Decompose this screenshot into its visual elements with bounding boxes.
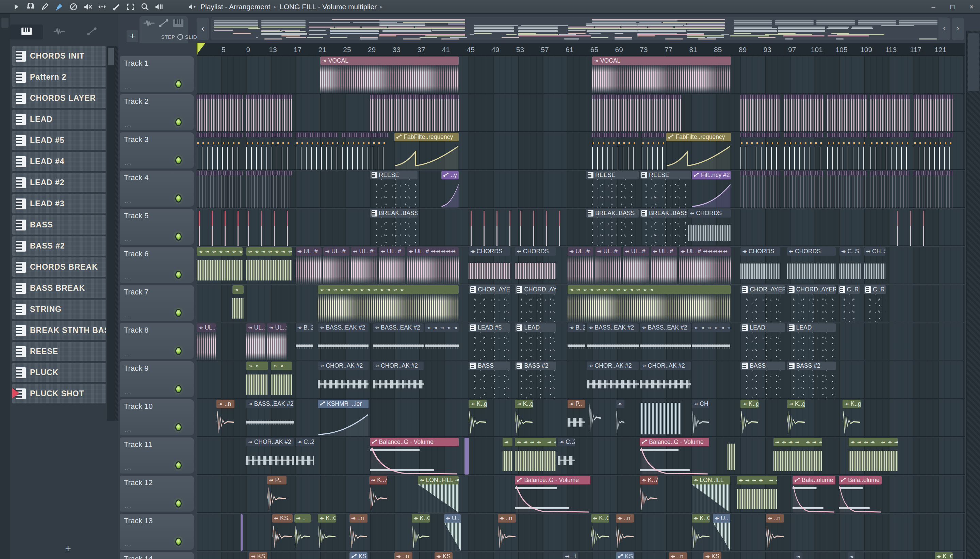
playlist-grid[interactable]: ↠VOCAL↠VOCALFabFilte..requencyFabFilte..… bbox=[197, 56, 965, 559]
clip-k-7[interactable]: ↠K..7 bbox=[640, 476, 658, 513]
vertical-scrollbar[interactable] bbox=[967, 31, 980, 559]
clip-reese[interactable]: REESE bbox=[370, 171, 417, 208]
clip-lead[interactable]: LEAD bbox=[741, 323, 785, 360]
track-header-2[interactable]: Track 2... bbox=[120, 94, 194, 131]
clip-k-o[interactable]: ↠K..O bbox=[318, 514, 336, 551]
clip-vocal[interactable]: ↠VOCAL bbox=[320, 56, 459, 93]
clip-bass-eak-#2[interactable]: ↠BASS..EAK #2 bbox=[373, 323, 424, 360]
minimize-button[interactable]: – bbox=[928, 3, 939, 11]
waveform-icon[interactable] bbox=[143, 19, 155, 29]
clip--[interactable]: ↠↠↠↠↠↠↠↠↠↠↠↠↠ bbox=[318, 285, 459, 322]
texture-clip[interactable] bbox=[642, 133, 665, 170]
clip-reese[interactable]: REESE bbox=[586, 171, 639, 208]
clip-chor-ak-#2[interactable]: ↠CHOR..AK #2 bbox=[587, 362, 639, 398]
clip-u-[interactable]: ↠U.. bbox=[444, 514, 461, 551]
clip--n[interactable]: ↠..n bbox=[616, 514, 634, 551]
pattern-item-lead-2[interactable]: LEAD #2 bbox=[12, 173, 106, 192]
track-options-dots[interactable]: ... bbox=[125, 312, 132, 319]
clip--[interactable]: ↠↠↠↠ ↠↠↠↠ bbox=[849, 438, 898, 475]
clip-lon-fill-[interactable]: ↠LON..FILL ↠ bbox=[418, 476, 459, 513]
clip-chor-ayer[interactable]: CHOR..AYER bbox=[741, 285, 785, 322]
minimap-nav-left-button[interactable]: ‹ bbox=[939, 18, 950, 40]
clip-lon-ill[interactable]: ↠LON..ILL bbox=[692, 476, 730, 513]
mute-tool-icon[interactable] bbox=[83, 2, 92, 12]
texture-clip[interactable] bbox=[246, 133, 292, 170]
clip-reese[interactable]: REESE bbox=[640, 171, 690, 208]
clip--[interactable]: ↠↠↠↠↠↠ bbox=[425, 323, 459, 360]
clip-fabfilte-requency[interactable]: FabFilte..requency bbox=[666, 133, 731, 170]
track-options-dots[interactable]: ... bbox=[125, 541, 132, 548]
clip-p-[interactable]: ↠P.. bbox=[568, 400, 585, 437]
clip-ks-an[interactable]: ↠KS..an bbox=[434, 552, 452, 559]
track-options-dots[interactable]: ... bbox=[125, 121, 132, 128]
clip-c-r[interactable]: C..R bbox=[864, 285, 886, 322]
clip-bass-#2[interactable]: BASS #2 bbox=[515, 362, 556, 398]
clip-bass[interactable]: BASS bbox=[741, 362, 785, 398]
clip-bass-eak-#2[interactable]: ↠BASS..EAK #2 bbox=[587, 323, 639, 360]
track-header-6[interactable]: Track 6... bbox=[120, 247, 194, 283]
clip-kshmr-ier[interactable]: KSHMR_..ier bbox=[318, 400, 368, 437]
track-options-dots[interactable]: ... bbox=[125, 83, 132, 90]
texture-clip[interactable] bbox=[784, 95, 824, 131]
arrangement-minimap[interactable] bbox=[211, 17, 949, 41]
clip--[interactable]: ↠ bbox=[233, 285, 244, 322]
track-header-5[interactable]: Track 5... bbox=[120, 209, 194, 245]
clip--[interactable]: ↠ bbox=[503, 438, 513, 475]
clip-balance-g-volume[interactable]: Balance..G - Volume bbox=[370, 438, 459, 475]
clip-c-2[interactable]: ↠C..2 bbox=[296, 438, 314, 475]
track-lane-1[interactable] bbox=[197, 56, 965, 94]
pattern-item-bass[interactable]: BASS bbox=[12, 215, 106, 235]
clip-ul-#[interactable]: ↠UL..# bbox=[296, 247, 322, 284]
clip-p-[interactable]: ↠P.. bbox=[267, 476, 287, 513]
texture-clip[interactable] bbox=[640, 400, 681, 437]
clip-bass-eak-#2[interactable]: ↠BASS..EAK #2 bbox=[640, 323, 690, 360]
play-icon[interactable] bbox=[12, 2, 21, 12]
clip-b-2[interactable]: ↠B..2 bbox=[568, 323, 585, 360]
track-header-9[interactable]: Track 9... bbox=[120, 361, 194, 397]
pattern-item-pluck-shot[interactable]: PLUCK SHOT bbox=[12, 384, 106, 404]
clip-break-bass[interactable]: BREAK..BASS bbox=[586, 209, 639, 246]
track-options-dots[interactable]: ... bbox=[125, 503, 132, 509]
clip-chords[interactable]: ↠CHORDS bbox=[515, 247, 556, 284]
track-options-dots[interactable]: ... bbox=[125, 197, 132, 205]
slip-tool-icon[interactable] bbox=[97, 2, 107, 12]
texture-clip[interactable] bbox=[914, 133, 954, 170]
clip--[interactable]: ↠↠↠↠ ↠↠↠↠ bbox=[737, 476, 777, 513]
clip-chor-ak-#2[interactable]: ↠CHOR..AK #2 bbox=[246, 438, 294, 475]
clip-ks-[interactable]: KS.. bbox=[350, 552, 368, 559]
track-enable-led[interactable] bbox=[175, 118, 182, 126]
slice-tool-icon[interactable] bbox=[112, 2, 121, 12]
clip-ul-#[interactable]: ↠UL..# bbox=[596, 247, 622, 284]
track-enable-led[interactable] bbox=[175, 271, 182, 279]
clip--[interactable]: ↠ bbox=[616, 400, 625, 437]
clip--[interactable]: ↠↠ bbox=[271, 362, 292, 398]
clip--t[interactable]: ↠..t bbox=[563, 552, 578, 559]
track-enable-led[interactable] bbox=[175, 385, 182, 393]
playhead-marker[interactable] bbox=[197, 43, 206, 55]
pattern-item-chords-break[interactable]: CHORDS BREAK bbox=[12, 257, 106, 277]
paint-tool-icon[interactable] bbox=[54, 2, 64, 12]
clip-ul-#-[interactable]: ↠UL..# ↠↠↠↠↠ bbox=[679, 247, 731, 284]
track-header-14[interactable]: Track 14... bbox=[120, 552, 194, 559]
pattern-item-reese[interactable]: REESE bbox=[12, 342, 106, 361]
clip-ul-#[interactable]: ↠UL..# bbox=[568, 247, 594, 284]
track-options-dots[interactable]: ... bbox=[125, 426, 132, 433]
clip-ul-#[interactable]: ↠UL..# bbox=[651, 247, 677, 284]
texture-clip[interactable] bbox=[827, 171, 867, 208]
texture-clip[interactable] bbox=[197, 209, 243, 246]
clip-k-g[interactable]: ↠K..g bbox=[469, 400, 487, 437]
track-options-dots[interactable]: ... bbox=[125, 350, 132, 357]
clip-ch-[interactable]: ↠CH.. bbox=[692, 400, 709, 437]
track-options-dots[interactable]: ... bbox=[125, 159, 132, 167]
clip-chord-ayer[interactable]: CHORD..AYER bbox=[787, 285, 836, 322]
clip-ks-[interactable]: ↠KS.. bbox=[249, 552, 267, 559]
clip-ul-#[interactable]: ↠UL..# bbox=[623, 247, 649, 284]
texture-clip[interactable] bbox=[246, 95, 292, 131]
texture-clip[interactable] bbox=[784, 171, 824, 208]
clip-bala-olume[interactable]: Bala..olume bbox=[792, 476, 835, 513]
texture-clip[interactable] bbox=[827, 133, 867, 170]
add-pattern-button[interactable]: + bbox=[61, 543, 75, 555]
track-enable-led[interactable] bbox=[175, 461, 182, 470]
draw-tool-icon[interactable] bbox=[40, 2, 49, 12]
track-enable-led[interactable] bbox=[175, 499, 182, 508]
